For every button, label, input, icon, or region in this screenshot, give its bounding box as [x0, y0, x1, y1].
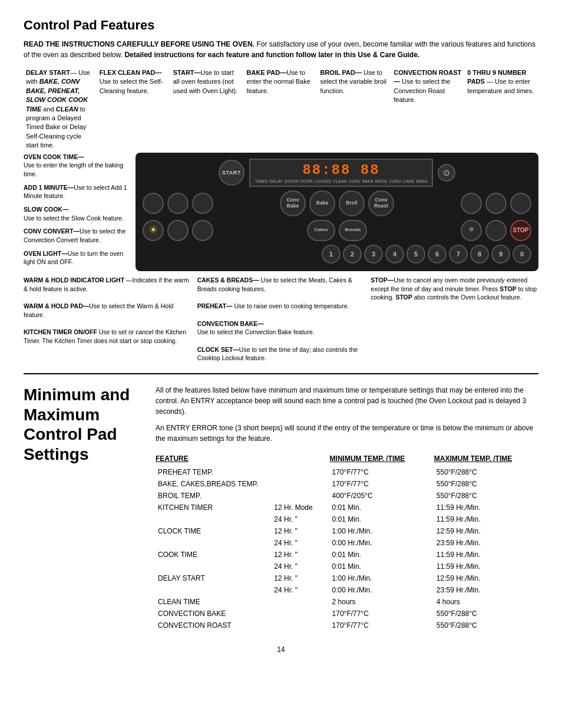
- display-labels: TIMEDDELAYENTERDOORLOCKEDCLEAN CONVBAKEB…: [255, 179, 427, 183]
- table-cell-6-1: 24 Hr. ": [272, 537, 329, 549]
- num-btn-5[interactable]: 5: [406, 245, 425, 263]
- label-slow-cook: SLOW COOK—Use to select the Slow Cook fe…: [24, 205, 132, 222]
- label-start: START—Use to start all oven features (no…: [171, 68, 244, 150]
- table-cell-2-2: 400°F/205°C: [330, 490, 434, 502]
- table-cell-10-2: 0:00 Hr./Min.: [330, 584, 434, 596]
- table-cell-12-2: 170°F/77°C: [330, 608, 434, 620]
- table-header: FEATURE MINIMUM TEMP. /TIME MAXIMUM TEMP…: [156, 453, 538, 466]
- btn-cakes[interactable]: Cakes: [307, 220, 335, 241]
- stop-button[interactable]: STOP: [510, 220, 531, 241]
- table-cell-4-1: 24 Hr. ": [272, 513, 329, 525]
- label-0-thru-9: 0 THRU 9 NUMBER PADS — Use to enter temp…: [465, 68, 538, 150]
- table-cell-4-3: 11:59 Hr./Min.: [434, 513, 538, 525]
- label-warm-hold-indicator: WARM & HOLD INDICATOR LIGHT —Indicates i…: [24, 276, 191, 293]
- table-cell-13-1: [272, 620, 329, 631]
- btn-blank-8[interactable]: [192, 220, 213, 241]
- page-number: 14: [24, 645, 538, 654]
- oven-light-button[interactable]: ☀: [143, 220, 164, 241]
- header-max-temp: MAXIMUM TEMP. /TIME: [434, 453, 538, 466]
- section2: Minimum and Maximum Control Pad Settings…: [24, 385, 538, 631]
- table-cell-4-2: 0:01 Min.: [330, 513, 434, 525]
- table-cell-0-1: [272, 466, 329, 478]
- table-cell-5-1: 12 Hr. ": [272, 525, 329, 537]
- label-add-1-minute: ADD 1 MINUTE—Use to select Add 1 Minute …: [24, 183, 132, 200]
- num-btn-2[interactable]: 2: [343, 245, 362, 263]
- table-cell-1-1: [272, 478, 329, 490]
- oven-button-row2: ☀ Cakes Breads ⏱ STOP: [143, 220, 531, 241]
- table-cell-3-3: 11:59 Hr./Min.: [434, 502, 538, 513]
- table-cell-11-2: 2 hours: [330, 596, 434, 608]
- btn-broil[interactable]: Broil: [339, 190, 365, 216]
- num-btn-7[interactable]: 7: [449, 245, 468, 263]
- intro-bold: READ THE INSTRUCTIONS CAREFULLY BEFORE U…: [24, 40, 254, 48]
- section1-title: Control Pad Features: [24, 18, 538, 33]
- table-body: PREHEAT TEMP.170°F/77°C550°F/288°CBAKE, …: [156, 466, 538, 631]
- table-cell-8-0: [156, 561, 272, 572]
- table-cell-5-0: CLOCK TIME: [156, 525, 272, 537]
- header-feature: FEATURE: [156, 453, 272, 466]
- table-row: BAKE, CAKES,BREADS TEMP.170°F/77°C550°F/…: [156, 478, 538, 490]
- label-warm-hold-pad: WARM & HOLD PAD—Use to select the Warm &…: [24, 302, 191, 319]
- start-button[interactable]: START: [219, 160, 244, 186]
- table-row: 24 Hr. "0:00 Hr./Min.23:59 Hr./Min.: [156, 537, 538, 549]
- table-cell-9-1: 12 Hr. ": [272, 572, 329, 584]
- num-btn-1[interactable]: 1: [322, 245, 340, 263]
- num-btn-4[interactable]: 4: [385, 245, 404, 263]
- table-row: KITCHEN TIMER12 Hr. Mode0:01 Min.11:59 H…: [156, 502, 538, 513]
- section-divider: [24, 373, 538, 374]
- top-labels-row: DELAY START— Use with BAKE, CONV BAKE, P…: [24, 68, 538, 150]
- label-broil-pad: BROIL PAD— Use to select the variable br…: [318, 68, 391, 150]
- table-cell-8-1: 24 Hr. ": [272, 561, 329, 572]
- label-delay-start: DELAY START— Use with BAKE, CONV BAKE, P…: [24, 68, 97, 150]
- btn-blank-4[interactable]: [461, 193, 482, 214]
- table-cell-2-1: [272, 490, 329, 502]
- label-clock-set: CLOCK SET—Use to set the time of day; al…: [197, 345, 365, 363]
- table-cell-13-2: 170°F/77°C: [330, 620, 434, 631]
- section2-right: All of the features listed below have mi…: [156, 385, 538, 631]
- label-oven-light: OVEN LIGHT—Use to turn the oven light ON…: [24, 249, 132, 266]
- btn-blank-6[interactable]: [510, 193, 531, 214]
- num-btn-0[interactable]: 0: [513, 245, 531, 263]
- btn-bake[interactable]: Bake: [309, 190, 335, 216]
- table-cell-12-0: CONVECTION BAKE: [156, 608, 272, 620]
- num-btn-3[interactable]: 3: [364, 245, 383, 263]
- label-conv-convert: CONV CONVERT—Use to select the Convectio…: [24, 227, 132, 244]
- table-row: CLOCK TIME12 Hr. "1:00 Hr./Min.12:59 Hr.…: [156, 525, 538, 537]
- intro-paragraph: READ THE INSTRUCTIONS CAREFULLY BEFORE U…: [24, 39, 538, 60]
- label-cakes-breads: CAKES & BREADS— Use to select the Meats,…: [197, 276, 365, 293]
- oven-panel: START 88:88 88 TIMEDDELAYENTERDOORLOCKED…: [135, 153, 538, 272]
- btn-conv-bake[interactable]: ConvBake: [280, 190, 306, 216]
- table-row: DELAY START12 Hr. "1:00 Hr./Min.12:59 Hr…: [156, 572, 538, 584]
- table-cell-12-1: [272, 608, 329, 620]
- btn-blank-5[interactable]: [485, 193, 507, 214]
- table-cell-7-2: 0:01 Min.: [330, 549, 434, 561]
- num-btn-9[interactable]: 9: [491, 245, 510, 263]
- btn-blank-7[interactable]: [167, 220, 189, 241]
- label-preheat: PREHEAT— Use to raise oven to cooking te…: [197, 302, 365, 311]
- oven-button-row1: ConvBake Bake Broil ConvRoast: [143, 190, 531, 216]
- settings-table: FEATURE MINIMUM TEMP. /TIME MAXIMUM TEMP…: [156, 453, 538, 631]
- oven-icon: ⊙: [438, 164, 455, 182]
- table-cell-6-2: 0:00 Hr./Min.: [330, 537, 434, 549]
- num-btn-8[interactable]: 8: [470, 245, 489, 263]
- table-cell-2-0: BROIL TEMP.: [156, 490, 272, 502]
- table-cell-1-3: 550°F/288°C: [434, 478, 538, 490]
- btn-blank-3[interactable]: [192, 193, 213, 214]
- num-btn-6[interactable]: 6: [428, 245, 447, 263]
- btn-blank-1[interactable]: [143, 193, 164, 214]
- display-digits: 88:88 88: [302, 162, 379, 178]
- btn-conv-roast[interactable]: ConvRoast: [368, 190, 394, 216]
- table-row: 24 Hr. "0:01 Min.11:59 Hr./Min.: [156, 561, 538, 572]
- btn-blank-9[interactable]: [485, 220, 507, 241]
- table-cell-11-0: CLEAN TIME: [156, 596, 272, 608]
- label-bake-pad: BAKE PAD—Use to enter the normal Bake fe…: [244, 68, 318, 150]
- btn-blank-2[interactable]: [167, 193, 189, 214]
- table-cell-3-2: 0:01 Min.: [330, 502, 434, 513]
- table-cell-12-3: 550°F/288°C: [434, 608, 538, 620]
- table-row: BROIL TEMP.400°F/205°C550°F/288°C: [156, 490, 538, 502]
- btn-clock[interactable]: ⏱: [461, 220, 482, 241]
- btn-breads[interactable]: Breads: [339, 220, 367, 241]
- table-row: 24 Hr. "0:00 Hr./Min.23:59 Hr./Min.: [156, 584, 538, 596]
- table-cell-1-2: 170°F/77°C: [330, 478, 434, 490]
- table-row: CLEAN TIME2 hours4 hours: [156, 596, 538, 608]
